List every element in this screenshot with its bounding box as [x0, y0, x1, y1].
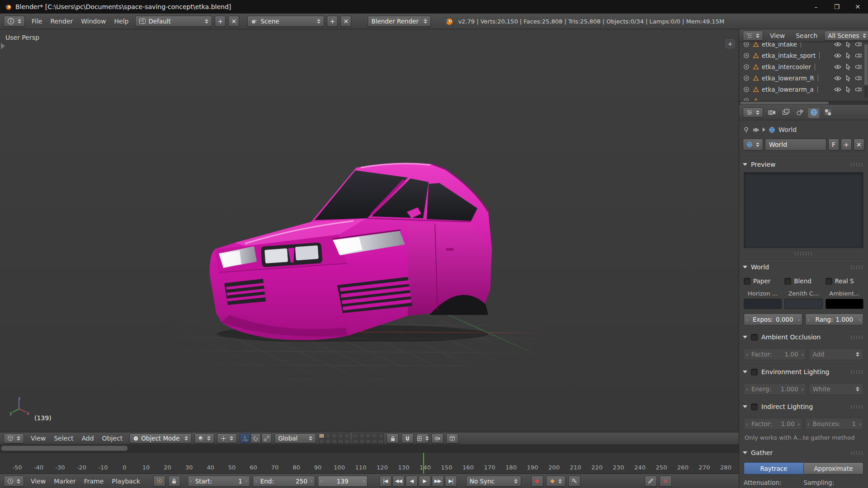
manipulator-scale-toggle[interactable]: [261, 433, 272, 443]
outliner-horizontal-scrollbar[interactable]: [739, 101, 868, 105]
visibility-eye-icon[interactable]: [834, 86, 841, 93]
delete-screen-layout-button[interactable]: ✕: [228, 16, 239, 27]
maximize-button[interactable]: ❐: [826, 0, 847, 14]
layer-cell[interactable]: [319, 433, 325, 438]
exposure-slider[interactable]: Expos:0.000: [744, 314, 802, 325]
timeline-menu-playback[interactable]: Playback: [108, 476, 144, 486]
3d-viewport[interactable]: User Persp + z x y (139): [0, 29, 739, 432]
layer-cell[interactable]: [338, 439, 344, 444]
ambient-occlusion-checkbox[interactable]: [751, 334, 758, 341]
menu-file[interactable]: File: [28, 16, 46, 26]
indirect-bounces-slider[interactable]: Bounces: 1: [805, 418, 864, 430]
properties-tab-scene[interactable]: [794, 107, 806, 118]
add-screen-layout-button[interactable]: +: [215, 16, 226, 27]
sync-mode-selector[interactable]: No Sync: [466, 476, 521, 487]
panel-grip[interactable]: [850, 370, 864, 374]
render-engine-selector[interactable]: Blender Render: [368, 16, 431, 27]
node-tree-icon[interactable]: [753, 127, 760, 133]
insert-keyframe-button[interactable]: [568, 476, 580, 487]
outliner-item-etka_intake[interactable]: etka_intake: [739, 42, 864, 50]
blend-checkbox[interactable]: [784, 278, 791, 285]
editor-type-selector-timeline[interactable]: [4, 476, 24, 487]
manipulator-translate-toggle[interactable]: [240, 433, 250, 443]
editor-type-selector-properties[interactable]: [743, 108, 763, 117]
gather-raytrace-button[interactable]: Raytrace: [744, 462, 804, 474]
panel-grip[interactable]: [850, 335, 864, 339]
selectability-arrow-icon[interactable]: [844, 42, 852, 47]
ao-factor-slider[interactable]: Factor: 1.00: [744, 348, 806, 360]
properties-tab-render-layers[interactable]: [780, 107, 792, 118]
layer-cell[interactable]: [325, 433, 331, 438]
expand-icon[interactable]: [743, 52, 750, 59]
keying-set-selector[interactable]: [546, 476, 566, 487]
layer-cell[interactable]: [331, 439, 337, 444]
browse-world-button[interactable]: [743, 139, 763, 150]
layer-cell[interactable]: [353, 439, 359, 444]
layer-cell[interactable]: [378, 433, 384, 438]
panel-grip[interactable]: [850, 405, 864, 409]
renderability-camera-icon[interactable]: [855, 75, 862, 81]
opengl-render-anim-button[interactable]: [446, 433, 458, 443]
collapse-arrow-icon[interactable]: [743, 266, 747, 268]
panel-grip[interactable]: [850, 265, 864, 269]
layer-cell[interactable]: [331, 433, 337, 438]
timeline-menu-view[interactable]: View: [27, 476, 50, 486]
playback-play-button[interactable]: ▶: [419, 476, 431, 487]
transform-orientation-selector[interactable]: Global: [274, 433, 316, 443]
timeline-horizontal-scrollbar[interactable]: [0, 444, 739, 453]
use-preview-range-toggle[interactable]: [153, 476, 165, 487]
delete-scene-button[interactable]: ✕: [340, 16, 351, 27]
outliner-tree[interactable]: etka_intakeetka_intake_sportetka_interco…: [739, 42, 868, 101]
viewport-menu-view[interactable]: View: [27, 433, 50, 443]
menu-window[interactable]: Window: [77, 16, 110, 26]
renderability-camera-icon[interactable]: [855, 64, 862, 70]
renderability-camera-icon[interactable]: [855, 42, 862, 47]
layer-cell[interactable]: [365, 439, 371, 444]
layer-cell[interactable]: [353, 433, 359, 438]
outliner-menu-view[interactable]: View: [766, 31, 789, 41]
outliner-item-partial[interactable]: [739, 95, 864, 101]
renderability-camera-icon[interactable]: [855, 86, 862, 93]
collapse-arrow-icon[interactable]: [743, 451, 747, 454]
panel-grip[interactable]: [850, 451, 864, 455]
layer-cell[interactable]: [378, 439, 384, 444]
scrollbar-handle[interactable]: [740, 102, 829, 104]
menu-help[interactable]: Help: [110, 16, 132, 26]
outliner-item-etka_lowerarm_a[interactable]: etka_lowerarm_a: [739, 84, 864, 95]
collapse-arrow-icon[interactable]: [743, 163, 747, 166]
fake-user-button[interactable]: F: [828, 139, 839, 150]
real-s-checkbox[interactable]: [826, 278, 832, 285]
manipulator-rotate-toggle[interactable]: [250, 433, 261, 443]
timeline-scrollbar-handle[interactable]: [1, 446, 128, 451]
pin-icon[interactable]: [743, 127, 750, 133]
layer-cell[interactable]: [325, 439, 331, 444]
current-frame-field[interactable]: 139: [318, 476, 368, 487]
delete-keyframe-button[interactable]: [660, 476, 672, 487]
car-model-etka[interactable]: [203, 154, 497, 342]
snap-toggle-button[interactable]: [401, 433, 414, 443]
selectability-arrow-icon[interactable]: [844, 64, 852, 70]
layer-cell[interactable]: [359, 433, 365, 438]
color-swatch-2[interactable]: [826, 299, 863, 309]
expand-icon[interactable]: [743, 64, 750, 70]
env-energy-slider[interactable]: Energ: 1.000: [744, 383, 806, 395]
viewport-shading-selector[interactable]: [194, 433, 214, 443]
env-color-selector[interactable]: White: [809, 383, 864, 395]
frame-end-field[interactable]: End: 250: [253, 476, 315, 487]
timeline-menu-frame[interactable]: Frame: [80, 476, 108, 486]
layer-cell[interactable]: [344, 439, 350, 444]
collapse-arrow-icon[interactable]: [743, 405, 747, 408]
layer-cell[interactable]: [372, 433, 377, 438]
playback-jump-to-start-button[interactable]: |◀: [379, 476, 392, 487]
ao-blend-mode-selector[interactable]: Add: [809, 348, 864, 360]
new-world-button[interactable]: +: [841, 139, 852, 150]
timeline-ruler[interactable]: -50-40-30-20-100102030405060708090100110…: [0, 453, 739, 474]
editor-type-selector-3dview[interactable]: [4, 433, 24, 443]
scene-selector[interactable]: Scene: [247, 16, 324, 27]
lock-time-cursor-toggle[interactable]: [168, 476, 180, 487]
renderability-camera-icon[interactable]: [855, 52, 862, 59]
visibility-eye-icon[interactable]: [834, 42, 841, 47]
visibility-eye-icon[interactable]: [834, 52, 841, 59]
indirect-factor-slider[interactable]: Factor: 1.00: [744, 418, 802, 430]
layer-cell[interactable]: [344, 433, 350, 438]
